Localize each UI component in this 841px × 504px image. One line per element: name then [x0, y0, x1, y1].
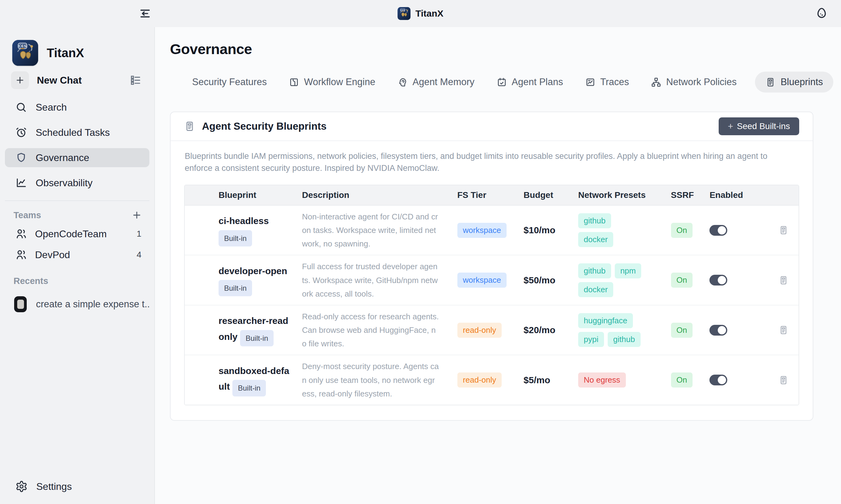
sidebar-item-observability[interactable]: Observability	[5, 173, 149, 192]
blueprint-name-cell: ci-headless Built-in	[185, 214, 302, 247]
sidebar-item-search[interactable]: Search	[5, 98, 149, 117]
column-header-ssrf: SSRF	[671, 190, 710, 200]
sidebar-item-label: Search	[36, 102, 67, 113]
chat-avatar-icon	[14, 296, 27, 312]
sidebar-collapse-icon[interactable]	[139, 7, 151, 20]
team-count: 4	[137, 250, 141, 260]
sidebar-nav: Search Scheduled Tasks Governance Observ…	[5, 98, 149, 192]
alarm-clock-icon	[15, 127, 27, 138]
app-logo-icon	[397, 7, 410, 20]
governance-tab-bar: Security Features Workflow Engine Agent …	[170, 70, 813, 94]
seed-built-ins-button[interactable]: + Seed Built-ins	[719, 118, 799, 135]
main-content: Governance Security Features Workflow En…	[154, 27, 841, 504]
network-presets-cell: github npm docker	[578, 263, 671, 297]
fs-tier-badge: workspace	[458, 223, 506, 238]
sidebar-item-scheduled-tasks[interactable]: Scheduled Tasks	[5, 123, 149, 142]
tab-workflow-engine[interactable]: Workflow Engine	[289, 76, 375, 88]
add-team-icon[interactable]	[131, 210, 142, 220]
sidebar-divider	[5, 200, 149, 201]
plus-icon: +	[728, 121, 733, 131]
team-item-devpod[interactable]: DevPod 4	[5, 245, 149, 264]
recents-header-label: Recents	[14, 276, 142, 286]
app-title-group: TitanX	[397, 0, 443, 27]
built-in-badge: Built-in	[232, 380, 266, 396]
column-header-enabled: Enabled	[710, 190, 768, 200]
table-row: ci-headless Built-in Non-interactive age…	[185, 205, 799, 256]
blueprint-description: Non-interactive agent for CI/CD and cron…	[302, 210, 457, 251]
seed-button-label: Seed Built-ins	[737, 121, 790, 131]
row-details-icon[interactable]	[779, 325, 788, 335]
network-presets-cell: github docker	[578, 213, 671, 247]
teams-section-header: Teams	[5, 208, 149, 222]
row-details-icon[interactable]	[779, 225, 788, 235]
row-details-icon[interactable]	[779, 375, 788, 385]
budget-value: $20/mo	[523, 325, 578, 335]
column-header-budget: Budget	[523, 190, 578, 200]
preset-badge: github	[578, 213, 611, 228]
tab-network-policies[interactable]: Network Policies	[651, 76, 736, 88]
built-in-badge: Built-in	[240, 330, 273, 346]
sidebar: TitanX New Chat Search Scheduled Tasks	[0, 27, 154, 504]
blueprints-table: Blueprint Description FS Tier Budget Net…	[184, 185, 799, 406]
brand-logo	[12, 40, 38, 66]
tab-label: Traces	[600, 76, 629, 88]
page-title: Governance	[170, 40, 813, 57]
team-name: DevPod	[35, 249, 137, 260]
fs-tier-badge: workspace	[458, 273, 506, 288]
blueprint-doc-icon	[765, 77, 775, 87]
tab-label: Network Policies	[666, 76, 736, 88]
ssrf-badge: On	[671, 273, 693, 288]
enabled-toggle[interactable]	[710, 375, 727, 385]
sidebar-item-settings[interactable]: Settings	[5, 477, 149, 496]
tab-agent-plans[interactable]: Agent Plans	[497, 76, 563, 88]
preset-badge: No egress	[578, 373, 626, 388]
tab-label: Workflow Engine	[304, 76, 375, 88]
preset-badge: docker	[578, 232, 613, 247]
plus-icon	[11, 71, 29, 89]
table-header-row: Blueprint Description FS Tier Budget Net…	[185, 185, 799, 205]
sidebar-item-label: Governance	[36, 152, 89, 163]
tab-security-features[interactable]: Security Features	[192, 76, 267, 88]
network-presets-cell: No egress	[578, 373, 671, 388]
egg-icon[interactable]	[815, 7, 828, 20]
preset-badge: npm	[615, 263, 642, 278]
blueprint-name: ci-headless	[218, 216, 269, 226]
team-item-opencodeteam[interactable]: OpenCodeTeam 1	[5, 224, 149, 244]
preset-badge: docker	[578, 282, 613, 297]
preset-badge: github	[608, 332, 641, 347]
ssrf-badge: On	[671, 323, 693, 338]
panel-description: Blueprints bundle IAM permissions, netwo…	[171, 141, 804, 176]
tab-blueprints[interactable]: Blueprints	[755, 72, 833, 92]
brand-name: TitanX	[47, 46, 84, 60]
enabled-toggle[interactable]	[710, 225, 727, 236]
panel-header: Agent Security Blueprints + Seed Built-i…	[171, 112, 813, 141]
calendar-check-icon	[497, 77, 507, 87]
blueprint-name-cell: researcher-readonly Built-in	[185, 314, 302, 346]
enabled-toggle[interactable]	[710, 325, 727, 336]
enabled-toggle[interactable]	[710, 275, 727, 286]
recent-chat-title: create a simple expense t...	[36, 299, 149, 310]
tab-agent-memory[interactable]: Agent Memory	[397, 76, 475, 88]
workflow-icon	[289, 77, 299, 87]
teams-header-label: Teams	[14, 210, 131, 220]
blueprint-name-cell: developer-open Built-in	[185, 264, 302, 296]
built-in-badge: Built-in	[218, 230, 252, 247]
recent-chat-item[interactable]: create a simple expense t...	[5, 294, 149, 315]
list-todo-icon[interactable]	[130, 74, 141, 86]
top-bar: TitanX	[0, 0, 841, 27]
sidebar-item-label: Observability	[36, 177, 92, 189]
row-details-icon[interactable]	[779, 275, 788, 285]
new-chat-label: New Chat	[37, 75, 130, 86]
table-row: developer-open Built-in Full access for …	[185, 255, 799, 305]
panel-title: Agent Security Blueprints	[202, 121, 326, 132]
tab-label: Agent Plans	[512, 76, 563, 88]
network-icon	[651, 77, 661, 87]
preset-badge: pypi	[578, 332, 604, 347]
tab-traces[interactable]: Traces	[585, 76, 629, 88]
sidebar-item-governance[interactable]: Governance	[5, 148, 149, 167]
built-in-badge: Built-in	[218, 280, 252, 296]
tab-label: Security Features	[192, 76, 267, 88]
budget-value: $50/mo	[523, 275, 578, 286]
network-presets-cell: huggingface pypi github	[578, 313, 671, 347]
new-chat-button[interactable]: New Chat	[11, 71, 149, 90]
